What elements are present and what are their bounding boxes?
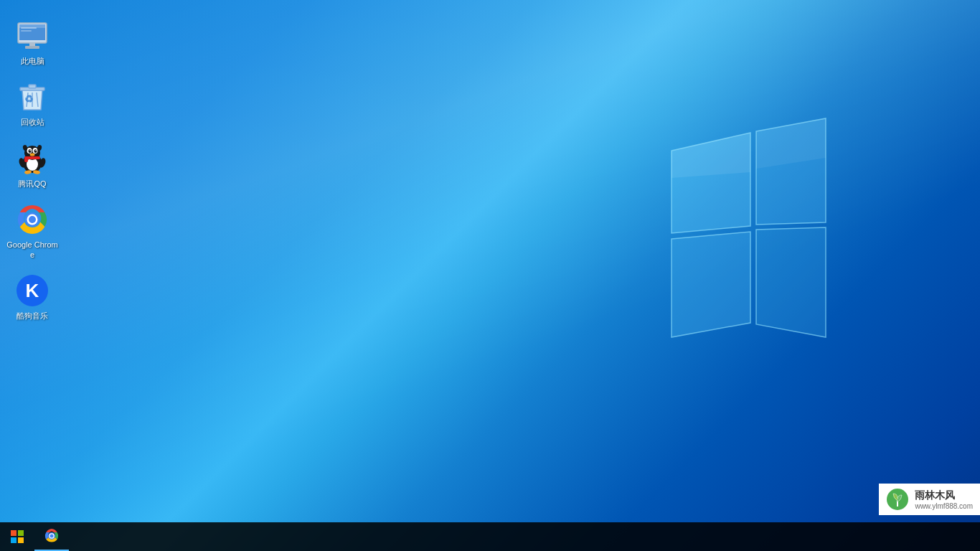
svg-rect-44 xyxy=(11,537,17,543)
watermark: 雨林木风 www.ylmf888.com xyxy=(879,484,980,515)
kugou-icon-image: K xyxy=(15,273,50,308)
taskbar xyxy=(0,522,980,551)
svg-rect-36 xyxy=(24,156,28,162)
svg-text:♻: ♻ xyxy=(24,93,34,105)
start-button[interactable] xyxy=(0,522,34,551)
windows-logo xyxy=(650,93,837,366)
svg-point-26 xyxy=(29,149,31,151)
svg-point-48 xyxy=(50,534,54,538)
svg-point-39 xyxy=(29,216,36,223)
kugou-music-label: 酷狗音乐 xyxy=(17,311,48,321)
qq-icon-image xyxy=(15,141,50,176)
svg-point-28 xyxy=(30,153,35,156)
desktop-icon-tencent-qq[interactable]: 腾讯QQ xyxy=(4,137,61,193)
watermark-url: www.ylmf888.com xyxy=(915,502,973,510)
svg-marker-4 xyxy=(672,133,750,178)
svg-rect-45 xyxy=(18,537,24,543)
watermark-logo xyxy=(886,488,909,511)
svg-rect-12 xyxy=(21,30,32,32)
google-chrome-label: Google Chrome xyxy=(6,240,58,260)
chrome-icon-image xyxy=(15,202,50,237)
svg-rect-43 xyxy=(18,530,24,536)
taskbar-chrome-button[interactable] xyxy=(34,522,69,551)
tencent-qq-label: 腾讯QQ xyxy=(18,179,46,189)
svg-rect-14 xyxy=(29,85,36,88)
recycle-bin-label: 回收站 xyxy=(21,117,44,127)
watermark-brand: 雨林木风 xyxy=(915,489,973,502)
svg-rect-42 xyxy=(11,530,17,536)
desktop-icon-kugou-music[interactable]: K 酷狗音乐 xyxy=(4,269,61,325)
svg-point-27 xyxy=(35,149,37,151)
desktop-icon-google-chrome[interactable]: Google Chrome xyxy=(4,198,61,265)
this-pc-label: 此电脑 xyxy=(21,56,44,66)
svg-point-25 xyxy=(34,149,37,153)
desktop: 此电脑 ♻ 回收站 xyxy=(0,0,980,551)
svg-marker-2 xyxy=(672,232,750,337)
svg-text:K: K xyxy=(26,281,39,302)
recycle-icon-image: ♻ xyxy=(15,80,50,114)
watermark-text-container: 雨林木风 www.ylmf888.com xyxy=(915,489,973,510)
svg-marker-3 xyxy=(756,227,826,337)
desktop-icons: 此电脑 ♻ 回收站 xyxy=(0,7,65,334)
svg-rect-10 xyxy=(25,46,39,49)
this-pc-icon-image xyxy=(15,19,50,53)
desktop-icon-recycle-bin[interactable]: ♻ 回收站 xyxy=(4,75,61,131)
desktop-icon-this-pc[interactable]: 此电脑 xyxy=(4,14,61,70)
svg-point-24 xyxy=(29,149,32,153)
svg-rect-11 xyxy=(21,27,37,29)
